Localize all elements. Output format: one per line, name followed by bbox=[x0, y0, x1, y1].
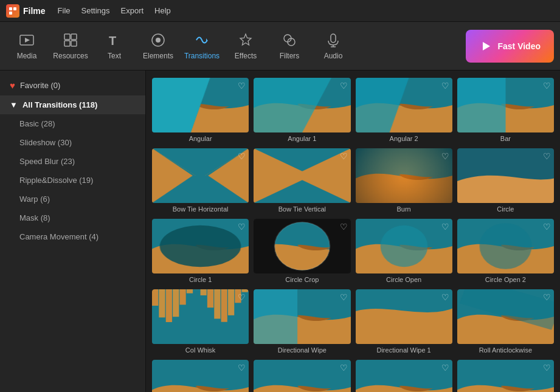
svg-text:T: T bbox=[109, 34, 116, 47]
favorite-button-bowtie_v[interactable]: ♡ bbox=[340, 151, 348, 161]
toolbar: Media Resources T Text Elem bbox=[0, 22, 560, 70]
sidebar-item-camera[interactable]: Camera Movement (4) bbox=[0, 227, 145, 246]
favorite-button-burn[interactable]: ♡ bbox=[441, 151, 449, 161]
svg-marker-18 bbox=[483, 42, 490, 50]
transition-thumb-bowtie_v: ♡ bbox=[254, 148, 350, 203]
transition-card-bar[interactable]: ♡Bar bbox=[457, 78, 554, 143]
favorite-button-roll_anti[interactable]: ♡ bbox=[543, 292, 551, 302]
sidebar-item-speed-blur[interactable]: Speed Blur (23) bbox=[0, 152, 145, 171]
transition-card-roll_anti[interactable]: ♡Roll Anticlockwise bbox=[457, 289, 554, 355]
transition-card-bowtie_v[interactable]: ♡Bow Tie Vertical bbox=[254, 148, 350, 214]
transition-card-angular2[interactable]: ♡Angular 2 bbox=[356, 78, 452, 143]
transitions-icon bbox=[193, 32, 210, 49]
toolbar-item-filters[interactable]: Filters bbox=[269, 26, 310, 67]
toolbar-item-text[interactable]: T Text bbox=[94, 26, 135, 67]
transition-card-dir_wipe[interactable]: ♡Directional Wipe bbox=[254, 289, 350, 355]
menu-bar: File Settings Export Help bbox=[58, 6, 171, 15]
audio-label: Audio bbox=[324, 52, 343, 60]
menu-help[interactable]: Help bbox=[154, 6, 171, 15]
sidebar-item-basic[interactable]: Basic (28) bbox=[0, 114, 145, 133]
svg-rect-1 bbox=[13, 7, 16, 10]
favorite-button-angular2[interactable]: ♡ bbox=[441, 81, 449, 91]
transition-label-circle_open: Circle Open bbox=[356, 273, 452, 284]
fast-video-button[interactable]: Fast Video bbox=[466, 30, 554, 63]
elements-icon bbox=[150, 32, 167, 49]
transitions-label: Transitions bbox=[184, 52, 220, 60]
toolbar-item-resources[interactable]: Resources bbox=[50, 26, 91, 67]
transition-thumb-dir_wipe: ♡ bbox=[254, 289, 350, 344]
svg-point-11 bbox=[156, 38, 161, 43]
transition-thumb-circle: ♡ bbox=[457, 148, 554, 203]
svg-rect-6 bbox=[71, 34, 77, 40]
transition-label-angular1: Angular 1 bbox=[254, 132, 350, 143]
favorite-button-blank4[interactable]: ♡ bbox=[543, 363, 551, 373]
transition-card-circle_open2[interactable]: ♡Circle Open 2 bbox=[457, 219, 554, 284]
sidebar-item-slideshow[interactable]: Slideshow (30) bbox=[0, 133, 145, 152]
app-name: Filme bbox=[23, 6, 46, 16]
transition-card-circle_crop[interactable]: ♡Circle Crop bbox=[254, 219, 350, 284]
toolbar-item-effects[interactable]: Effects bbox=[225, 26, 266, 67]
transition-label-bar: Bar bbox=[457, 132, 554, 143]
sidebar: ♥ Favorite (0) ▼ All Transitions (118) B… bbox=[0, 70, 146, 392]
transition-thumb-burn: ♡ bbox=[356, 148, 452, 203]
favorite-button-circle_crop[interactable]: ♡ bbox=[340, 222, 348, 232]
transitions-panel[interactable]: ♡Angular♡Angular 1♡Angular 2♡Bar♡Bow Tie… bbox=[146, 70, 560, 392]
favorite-button-bowtie_h[interactable]: ♡ bbox=[238, 151, 246, 161]
transition-thumb-blank2: ♡ bbox=[254, 360, 350, 392]
favorite-button-dir_wipe1[interactable]: ♡ bbox=[441, 292, 449, 302]
favorite-button-dir_wipe[interactable]: ♡ bbox=[340, 292, 348, 302]
transition-label-burn: Burn bbox=[356, 203, 452, 214]
transition-thumb-blank3: ♡ bbox=[356, 360, 452, 392]
menu-settings[interactable]: Settings bbox=[81, 6, 110, 15]
favorite-button-circle1[interactable]: ♡ bbox=[238, 222, 246, 232]
transition-card-circle_open[interactable]: ♡Circle Open bbox=[356, 219, 452, 284]
filters-label: Filters bbox=[280, 52, 300, 60]
transition-label-circle1: Circle 1 bbox=[152, 273, 249, 284]
favorite-button-circle[interactable]: ♡ bbox=[543, 151, 551, 161]
transition-card-blank1[interactable]: ♡ bbox=[152, 360, 249, 392]
transition-card-blank2[interactable]: ♡ bbox=[254, 360, 350, 392]
favorite-button-circle_open2[interactable]: ♡ bbox=[543, 222, 551, 232]
toolbar-item-audio[interactable]: Audio bbox=[313, 26, 354, 67]
transition-thumb-angular1: ♡ bbox=[254, 78, 350, 132]
transition-label-dir_wipe1: Directional Wipe 1 bbox=[356, 344, 452, 355]
transition-card-blank3[interactable]: ♡ bbox=[356, 360, 452, 392]
transition-card-circle1[interactable]: ♡Circle 1 bbox=[152, 219, 249, 284]
menu-file[interactable]: File bbox=[58, 6, 71, 15]
transition-thumb-circle1: ♡ bbox=[152, 219, 249, 273]
sidebar-item-warp[interactable]: Warp (6) bbox=[0, 190, 145, 208]
media-label: Media bbox=[17, 52, 37, 60]
favorite-button-blank1[interactable]: ♡ bbox=[238, 363, 246, 373]
transition-thumb-circle_open: ♡ bbox=[356, 219, 452, 273]
favorite-button-blank2[interactable]: ♡ bbox=[340, 363, 348, 373]
sidebar-all-transitions[interactable]: ▼ All Transitions (118) bbox=[0, 95, 145, 114]
favorite-button-bar[interactable]: ♡ bbox=[543, 81, 551, 91]
transition-card-circle[interactable]: ♡Circle bbox=[457, 148, 554, 214]
transition-label-roll_anti: Roll Anticlockwise bbox=[457, 344, 554, 355]
menu-export[interactable]: Export bbox=[121, 6, 144, 15]
favorite-button-blank3[interactable]: ♡ bbox=[441, 363, 449, 373]
svg-marker-4 bbox=[25, 38, 30, 43]
app-logo: Filme bbox=[6, 4, 46, 18]
toolbar-item-transitions[interactable]: Transitions bbox=[181, 26, 223, 67]
sidebar-item-mask[interactable]: Mask (8) bbox=[0, 208, 145, 227]
sidebar-item-ripple[interactable]: Ripple&Dissolve (19) bbox=[0, 171, 145, 190]
favorite-button-circle_open[interactable]: ♡ bbox=[441, 222, 449, 232]
transition-card-dir_wipe1[interactable]: ♡Directional Wipe 1 bbox=[356, 289, 452, 355]
heart-icon: ♥ bbox=[10, 80, 15, 91]
transition-card-bowtie_h[interactable]: ♡Bow Tie Horizontal bbox=[152, 148, 249, 214]
favorite-button-angular1[interactable]: ♡ bbox=[340, 81, 348, 91]
transition-card-angular[interactable]: ♡Angular bbox=[152, 78, 249, 143]
toolbar-item-elements[interactable]: Elements bbox=[137, 26, 179, 67]
transition-card-burn[interactable]: ♡Burn bbox=[356, 148, 452, 214]
transition-card-blank4[interactable]: ♡ bbox=[457, 360, 554, 392]
all-transitions-label: All Transitions (118) bbox=[22, 100, 98, 109]
favorite-button-col_whisk[interactable]: ♡ bbox=[238, 292, 246, 302]
sidebar-favorite[interactable]: ♥ Favorite (0) bbox=[0, 75, 145, 95]
transition-card-angular1[interactable]: ♡Angular 1 bbox=[254, 78, 350, 143]
svg-rect-0 bbox=[9, 7, 12, 10]
favorite-button-angular[interactable]: ♡ bbox=[238, 81, 246, 91]
transition-card-col_whisk[interactable]: ♡Col Whisk bbox=[152, 289, 249, 355]
toolbar-item-media[interactable]: Media bbox=[6, 26, 47, 67]
transition-label-circle_open2: Circle Open 2 bbox=[457, 273, 554, 284]
